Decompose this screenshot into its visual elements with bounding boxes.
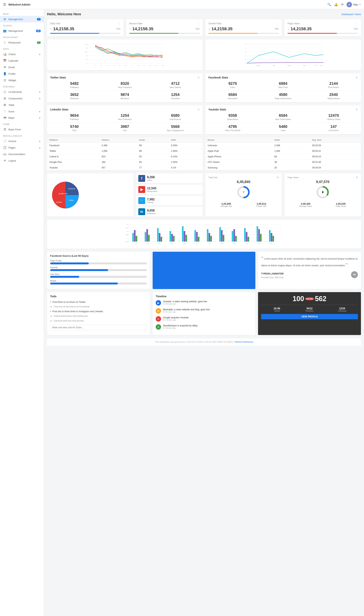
timeline-dot: S	[156, 324, 161, 330]
check-icon: ✓	[50, 315, 52, 318]
sidebar-item-management[interactable]: 👥 Management 20	[0, 27, 44, 34]
twitter-icon-card: 🐦 7,982 Tweets	[136, 196, 203, 206]
more-menu-icon[interactable]: ⋮	[197, 22, 200, 25]
more-menu-icon[interactable]: ⋮	[118, 22, 120, 25]
svg-rect-95	[223, 235, 224, 241]
platform-table: Platform Visitors Goals GCR Facebook2,49…	[47, 137, 203, 170]
todo-input[interactable]	[50, 325, 147, 330]
sidebar-item-maps[interactable]: 🗺 Maps ▶	[0, 115, 44, 121]
stat-value: 14,2158.35	[132, 27, 153, 31]
bell-icon[interactable]: 🔔	[334, 3, 338, 6]
svg-rect-69	[145, 232, 146, 241]
svg-rect-93	[219, 227, 221, 241]
chevron-icon: ▶	[39, 91, 41, 93]
search-icon[interactable]: 🔍	[327, 3, 331, 6]
mail-icon[interactable]: ✉	[341, 3, 344, 6]
sidebar-item-calendar[interactable]: 📅 Calender	[0, 57, 44, 64]
svg-text:🏆: 🏆	[242, 191, 245, 193]
user-name: Ajay	[353, 3, 358, 6]
sidebar-item-dashboard[interactable]: ⊞ Management 1	[0, 16, 44, 22]
svg-text:twitter: twitter	[69, 199, 74, 201]
maps-icon: 🗺	[3, 116, 7, 120]
donut-svg: 🏆	[237, 186, 250, 199]
twitter-stat-mentions: 9874 Mentions	[101, 93, 149, 100]
sidebar-item-profile[interactable]: 👤 Profile	[0, 70, 44, 77]
svg-rect-90	[209, 233, 210, 241]
col-gcr: GCR	[169, 137, 203, 143]
top-nav: ☰ Webstrot Admin 🔍 🔔 ✉ A Ajay ▼	[0, 0, 364, 9]
svg-text:7: 7	[132, 65, 132, 67]
sidebar-item-restaurant[interactable]: 🍴 Restaurant 7	[0, 39, 44, 46]
chevron-icon: ▶	[39, 53, 41, 55]
sidebar-item-widget[interactable]: ⊡ Widget	[0, 77, 44, 83]
svg-rect-99	[235, 236, 237, 241]
svg-text:10: 10	[86, 55, 88, 57]
linkedin-icon-card: in 9,658 Followers	[136, 207, 203, 217]
grouped-bar-section: 10 8.75 7.5 6.25 5 3.75 Jan Feb	[47, 220, 361, 249]
timeline-dot: M	[156, 308, 161, 314]
youtube-icon: ▶	[138, 186, 145, 193]
more-menu-icon[interactable]: ⋮	[276, 22, 279, 25]
svg-rect-66	[134, 230, 136, 241]
svg-text:4: 4	[245, 59, 246, 60]
tw-stat-followers: 5412 Followers	[294, 307, 325, 312]
sidebar-item-charts[interactable]: 📊 Charts ▶	[0, 51, 44, 57]
sidebar-item-components[interactable]: ⊟ Components ▶	[0, 95, 44, 102]
sidebar-item-pages[interactable]: 📋 Pages ▶	[0, 144, 44, 151]
dashboard-badge: 1	[37, 18, 41, 20]
stat-card-bounce-rate: Bounce Rate ⋮ ↑ 14,2158.35 70%	[126, 19, 203, 36]
sidebar-item-icons[interactable]: ♡ Icons ▶	[0, 108, 44, 115]
refresh-icon[interactable]: ↻	[356, 76, 358, 79]
svg-rect-74	[159, 233, 160, 241]
counter-left: 100	[293, 295, 304, 303]
svg-rect-91	[210, 236, 212, 241]
svg-text:10: 10	[149, 65, 151, 67]
settings-icon[interactable]: ⚙	[277, 176, 279, 179]
stat-pct: 70%	[116, 28, 120, 30]
counter-right: 562	[315, 295, 326, 303]
sidebar-item-documentation[interactable]: 📖 Documentation	[0, 151, 44, 157]
sidebar-item-label: Profile	[8, 72, 15, 75]
refresh-icon[interactable]: ↻	[198, 108, 200, 111]
table-row: Twitter1,006882.48%	[47, 148, 203, 154]
sidebar-item-label: Invoice	[8, 140, 16, 143]
sidebar-item-table[interactable]: ⊞ Table	[0, 102, 44, 108]
breadcrumb: Dashboard / Home	[342, 13, 361, 16]
svg-rect-67	[136, 236, 137, 241]
linkedin-stats-title: Linkedin Stats	[50, 108, 68, 111]
refresh-icon[interactable]: ↻	[356, 108, 358, 111]
svg-text:Wed: Wed	[287, 65, 290, 67]
timeline-title: Timeline	[156, 295, 252, 298]
svg-text:facebook: facebook	[68, 188, 75, 190]
total-visit-title: Total Visit	[208, 176, 218, 179]
sidebar-item-invoice[interactable]: 📄 Invoice ▶	[0, 138, 44, 144]
chevron-icon: ▶	[39, 147, 41, 149]
svg-text:📱: 📱	[322, 191, 324, 193]
refresh-icon[interactable]: ↻	[198, 76, 200, 79]
hamburger-icon[interactable]: ☰	[3, 2, 6, 7]
sidebar-item-email[interactable]: ✉ Email	[0, 64, 44, 70]
refresh-dashboard-link[interactable]: Refresh Dashboard	[235, 341, 253, 343]
arrow-down-icon: ↓	[287, 27, 289, 31]
user-menu[interactable]: A Ajay ▼	[347, 2, 361, 7]
sidebar-item-basic-form[interactable]: ☰ Basic Form	[0, 126, 44, 133]
more-menu-icon[interactable]: ⋮	[355, 22, 358, 25]
table-row: Linked In923556.24%	[47, 154, 203, 160]
sidebar-item-ui-elements[interactable]: ◻ UI Elements ▶	[0, 89, 44, 95]
sidebar-item-logout[interactable]: ✕ Logout	[0, 157, 44, 164]
stat-cards: Daily Visit ⋮ ↑ 14,2158.35 70% Bounce Ra…	[47, 19, 361, 36]
svg-text:Apr: Apr	[171, 243, 173, 244]
svg-rect-107	[260, 234, 262, 241]
svg-text:10: 10	[127, 224, 129, 225]
view-profile-button[interactable]: VIEW PROFILE	[261, 314, 358, 319]
settings-icon[interactable]: ⚙	[356, 176, 358, 179]
stat-pct: 70%	[274, 28, 279, 30]
todo-item-done: ✓ Post one to two times on Facebook	[50, 304, 147, 309]
chevron-icon: ▶	[39, 140, 41, 142]
svg-text:3.75: 3.75	[126, 241, 129, 242]
progress-item-mobile: Mobile	[50, 280, 147, 284]
twitter-counter-widget: 100 441492 562 16.5k Tweets 5412 Followe…	[258, 292, 361, 335]
svg-rect-83	[185, 235, 187, 241]
fb-stat-fans: 9275 Fans	[208, 81, 257, 88]
breadcrumb-home[interactable]: Dashboard	[342, 13, 353, 16]
